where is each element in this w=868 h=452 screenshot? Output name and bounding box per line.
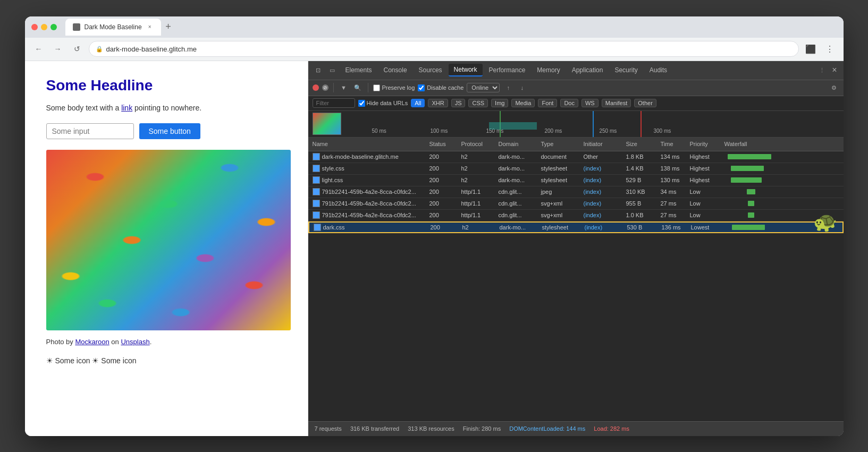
row-time: 27 ms	[661, 200, 690, 207]
row-initiator: (index)	[585, 224, 627, 231]
tab-title: Dark Mode Baseline	[85, 23, 142, 31]
col-header-type[interactable]: Type	[541, 141, 584, 147]
tab-audits[interactable]: Audits	[644, 64, 672, 76]
throttle-select[interactable]: Online	[467, 83, 500, 92]
col-header-initiator[interactable]: Initiator	[584, 141, 626, 147]
row-waterfall	[724, 154, 839, 159]
table-row[interactable]: 791b2241-459b-4a2e-8cca-c0fdc2... 200 ht…	[308, 198, 844, 210]
col-header-priority[interactable]: Priority	[690, 141, 724, 147]
tab-security[interactable]: Security	[609, 64, 643, 76]
col-header-waterfall[interactable]: Waterfall	[724, 141, 839, 147]
tab-network[interactable]: Network	[449, 64, 483, 76]
settings-icon[interactable]: ⚙	[829, 82, 839, 93]
tab-close-button[interactable]: ×	[146, 23, 154, 31]
table-row[interactable]: 791b2241-459b-4a2e-8cca-c0fdc2... 200 ht…	[308, 186, 844, 198]
some-button[interactable]: Some button	[139, 123, 200, 139]
col-header-size[interactable]: Size	[626, 141, 661, 147]
tab-memory[interactable]: Memory	[532, 64, 565, 76]
traffic-lights	[31, 24, 57, 30]
devtools-device-icon[interactable]: ▭	[326, 64, 338, 76]
download-icon[interactable]: ↓	[517, 82, 527, 93]
search-icon[interactable]: 🔍	[352, 82, 363, 93]
page-image	[46, 150, 291, 330]
status-requests: 7 requests	[315, 425, 342, 432]
back-button[interactable]: ←	[31, 41, 46, 56]
status-dom-content-loaded[interactable]: DOMContentLoaded: 144 ms	[509, 425, 585, 432]
active-tab[interactable]: Dark Mode Baseline ×	[65, 19, 161, 36]
row-priority: Lowest	[691, 224, 726, 231]
table-row[interactable]: 791b2241-459b-4a2e-8cca-c0fdc2... 200 ht…	[308, 210, 844, 221]
tab-elements[interactable]: Elements	[340, 64, 377, 76]
tab-console[interactable]: Console	[378, 64, 412, 76]
filter-input[interactable]	[313, 98, 355, 108]
unsplash-link[interactable]: Unsplash	[121, 338, 149, 346]
tab-performance[interactable]: Performance	[484, 64, 531, 76]
refresh-button[interactable]: ↺	[70, 41, 85, 56]
new-tab-button[interactable]: +	[161, 20, 176, 35]
doc-icon	[313, 153, 320, 160]
toolbar-separator-2	[368, 83, 368, 92]
col-header-name[interactable]: Name	[313, 141, 429, 147]
col-header-domain[interactable]: Domain	[499, 141, 541, 147]
timeline-bar	[489, 122, 537, 130]
page-link[interactable]: link	[121, 104, 132, 112]
filter-all-btn[interactable]: All	[411, 99, 425, 107]
tab-application[interactable]: Application	[567, 64, 609, 76]
devtools-inspect-icon[interactable]: ⊡	[313, 64, 324, 76]
extensions-icon[interactable]: ⬛	[803, 41, 818, 56]
some-input[interactable]	[46, 123, 134, 139]
upload-icon[interactable]: ↑	[503, 82, 513, 93]
preserve-log-checkbox[interactable]: Preserve log	[373, 84, 415, 91]
filter-doc-btn[interactable]: Doc	[560, 99, 578, 107]
filter-manifest-btn[interactable]: Manifest	[602, 99, 631, 107]
col-header-protocol[interactable]: Protocol	[461, 141, 499, 147]
devtools-close-button[interactable]: ×	[830, 65, 839, 75]
row-type: jpeg	[541, 189, 584, 195]
minimize-traffic-light[interactable]	[41, 24, 47, 30]
row-priority: Highest	[690, 177, 724, 183]
col-header-time[interactable]: Time	[661, 141, 690, 147]
row-initiator: (index)	[584, 177, 626, 183]
input-row: Some button	[46, 123, 286, 139]
filter-css-btn[interactable]: CSS	[468, 99, 488, 107]
fullscreen-traffic-light[interactable]	[50, 24, 57, 30]
waterfall-bar	[732, 225, 765, 230]
forward-button[interactable]: →	[50, 41, 65, 56]
table-row-selected[interactable]: dark.css 200 h2 dark-mo... stylesheet (i…	[308, 221, 844, 233]
body-text-before-link: Some body text with a	[46, 104, 122, 112]
close-traffic-light[interactable]	[31, 24, 38, 30]
address-field[interactable]: 🔒 dark-mode-baseline.glitch.me	[89, 41, 799, 57]
mockaroon-link[interactable]: Mockaroon	[75, 338, 109, 346]
load-line	[593, 111, 594, 137]
table-row[interactable]: style.css 200 h2 dark-mo... stylesheet (…	[308, 163, 844, 175]
filter-font-btn[interactable]: Font	[538, 99, 557, 107]
filter-img-btn[interactable]: Img	[491, 99, 508, 107]
table-row[interactable]: light.css 200 h2 dark-mo... stylesheet (…	[308, 175, 844, 186]
row-waterfall	[724, 189, 839, 194]
col-header-status[interactable]: Status	[429, 141, 461, 147]
filter-other-btn[interactable]: Other	[634, 99, 656, 107]
devtools-more-icon[interactable]: ⋮	[816, 64, 828, 76]
filter-icon[interactable]: ▼	[339, 82, 349, 93]
hide-data-urls-checkbox[interactable]: Hide data URLs	[358, 100, 408, 107]
record-button[interactable]	[313, 84, 319, 91]
filter-xhr-btn[interactable]: XHR	[428, 99, 448, 107]
turtle-icon: 🐢	[813, 211, 837, 233]
clear-button[interactable]: ⊘	[322, 84, 328, 91]
filter-js-btn[interactable]: JS	[451, 99, 466, 107]
row-status: 200	[429, 153, 461, 160]
ruler-200ms: 200 ms	[545, 128, 562, 134]
row-status: 200	[431, 224, 462, 231]
ruler-300ms: 300 ms	[654, 128, 671, 134]
row-protocol: h2	[462, 224, 500, 231]
empty-area: 🐢	[308, 233, 844, 276]
filter-ws-btn[interactable]: WS	[582, 99, 599, 107]
status-transferred: 316 KB transferred	[350, 425, 399, 432]
waterfall-bar	[748, 201, 754, 206]
tab-sources[interactable]: Sources	[414, 64, 448, 76]
disable-cache-checkbox[interactable]: Disable cache	[418, 84, 464, 91]
filter-media-btn[interactable]: Media	[511, 99, 535, 107]
menu-icon[interactable]: ⋮	[822, 41, 837, 56]
row-domain: cdn.glit...	[499, 189, 541, 195]
table-row[interactable]: dark-mode-baseline.glitch.me 200 h2 dark…	[308, 151, 844, 163]
